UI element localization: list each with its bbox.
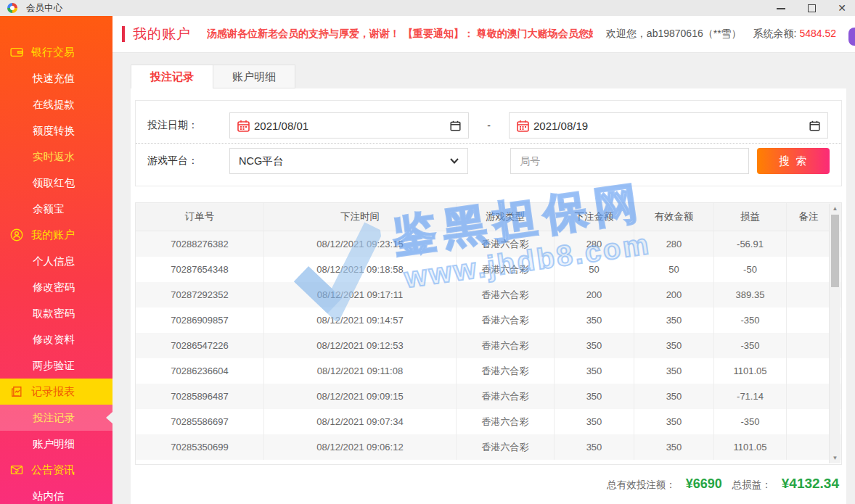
- pnl-total-value: ¥4132.34: [782, 476, 839, 492]
- edge-button[interactable]: [848, 28, 855, 46]
- table-cell: 08/12/2021 09:07:34: [264, 409, 457, 434]
- table-cell: 香港六合彩: [457, 333, 555, 358]
- content-panel: 投注日期： 2021/08/01 -: [131, 88, 846, 504]
- table-cell: 1101.05: [714, 358, 787, 384]
- sidebar-item[interactable]: 余额宝: [0, 196, 112, 222]
- active-item-arrow: [106, 412, 112, 424]
- wallet-icon: [9, 44, 25, 60]
- sidebar-item[interactable]: 取款密码: [0, 300, 112, 326]
- topbar: 我的账户 汤感谢各位新老会员的支持与厚爱，谢谢！ 【重要通知】： 尊敬的澳门大赌…: [112, 16, 855, 53]
- sidebar-section-header[interactable]: 公告资讯: [0, 457, 112, 483]
- minimize-icon[interactable]: [777, 4, 785, 12]
- member-center-window: 会员中心 ✕ 银行交易快速充值在线提款额度转换实时返水领取红包余额宝我的账户个人…: [0, 0, 855, 504]
- scroll-up-icon[interactable]: ▲: [830, 204, 840, 214]
- table-row: 7028623660408/12/2021 09:11:08香港六合彩35035…: [136, 358, 841, 384]
- table-row: 7028690985708/12/2021 09:14:57香港六合彩35035…: [136, 307, 841, 333]
- date-picker-icon[interactable]: [450, 120, 461, 131]
- valid-bet-total-label: 总有效投注额：: [607, 479, 676, 492]
- table-cell: 70285586697: [136, 409, 264, 434]
- table-cell: 389.35: [714, 282, 787, 307]
- table-cell: 50: [555, 257, 634, 282]
- round-number-input[interactable]: [510, 148, 749, 174]
- maximize-icon[interactable]: [807, 4, 816, 12]
- sidebar-section-header[interactable]: 我的账户: [0, 222, 112, 248]
- table-header: 订单号下注时间游戏类型下注金额有效金额损益备注: [136, 203, 841, 231]
- sidebar-item[interactable]: 账户明细: [0, 431, 112, 457]
- search-button[interactable]: 搜 索: [757, 148, 830, 174]
- close-icon[interactable]: ✕: [838, 4, 846, 12]
- filter-box: 投注日期： 2021/08/01 -: [135, 100, 842, 186]
- calendar-red-icon: [517, 120, 529, 132]
- table-cell: 08/12/2021 09:17:11: [264, 282, 457, 307]
- table-cell: 200: [634, 282, 714, 307]
- user-info: 欢迎您，ab19870616（**雪） 系统余额: 5484.52: [606, 28, 845, 41]
- platform-label: 游戏平台：: [147, 154, 229, 168]
- sidebar-item[interactable]: 在线提款: [0, 91, 112, 117]
- table-row: 7028654722608/12/2021 09:12:53香港六合彩35035…: [136, 333, 841, 358]
- chevron-down-icon: [450, 158, 459, 164]
- table-cell: [787, 409, 830, 434]
- sidebar-item[interactable]: 修改资料: [0, 326, 112, 352]
- date-to-input[interactable]: 2021/08/19: [509, 112, 828, 139]
- table-cell: [787, 434, 830, 460]
- table-cell: 350: [555, 384, 634, 409]
- sidebar-item[interactable]: 额度转换: [0, 117, 112, 144]
- table-cell: 香港六合彩: [457, 384, 555, 409]
- table-cell: 香港六合彩: [457, 358, 555, 384]
- filter-date-row: 投注日期： 2021/08/01 -: [147, 109, 830, 142]
- sidebar-item[interactable]: 领取红包: [0, 170, 112, 196]
- table-cell: 200: [555, 282, 634, 307]
- sidebar-section-label: 银行交易: [31, 46, 75, 59]
- sidebar-item[interactable]: 个人信息: [0, 248, 112, 274]
- table-cell: 香港六合彩: [457, 257, 555, 282]
- filter-divider: [136, 143, 841, 144]
- sidebar-item[interactable]: 修改密码: [0, 274, 112, 300]
- notice-marquee: 汤感谢各位新老会员的支持与厚爱，谢谢！ 【重要通知】： 尊敬的澳门大赌场会员您好…: [207, 28, 593, 41]
- titlebar: 会员中心 ✕: [0, 0, 855, 16]
- date-from-input[interactable]: 2021/08/01: [229, 112, 469, 139]
- table-cell: 350: [634, 333, 714, 358]
- tab-account-details[interactable]: 账户明细: [213, 65, 295, 88]
- header-cell: 订单号: [136, 203, 264, 231]
- bet-records-table: 订单号下注时间游戏类型下注金额有效金额损益备注 7028827638208/12…: [135, 202, 842, 465]
- valid-bet-total-value: ¥6690: [686, 476, 722, 492]
- sidebar-section-header[interactable]: 记录报表: [0, 379, 112, 405]
- balance-label: 系统余额:: [753, 28, 797, 39]
- scroll-down-icon[interactable]: ▼: [830, 453, 840, 463]
- platform-select[interactable]: NCG平台: [229, 148, 468, 174]
- sidebar-item[interactable]: 快速充值: [0, 65, 112, 91]
- tab-bar: 投注记录 账户明细: [112, 53, 855, 88]
- platform-selected-value: NCG平台: [239, 154, 283, 168]
- header-cell: 游戏类型: [457, 203, 555, 231]
- table-cell: 350: [555, 333, 634, 358]
- table-cell: 08/12/2021 09:06:12: [264, 434, 457, 460]
- date-picker-icon[interactable]: [809, 120, 820, 131]
- title-accent-bar: [122, 26, 125, 42]
- date-to-value: 2021/08/19: [533, 120, 805, 132]
- table-cell: 70287654348: [136, 257, 264, 282]
- table-cell: 香港六合彩: [457, 434, 555, 460]
- table-cell: 280: [634, 231, 714, 257]
- table-cell: 350: [555, 358, 634, 384]
- sidebar-item[interactable]: 实时返水: [0, 144, 112, 170]
- sidebar-item[interactable]: 站内信: [0, 483, 112, 504]
- table-cell: 08/12/2021 09:23:15: [264, 231, 457, 257]
- header-cell: 损益: [714, 203, 787, 231]
- table-scrollbar[interactable]: ▲ ▼: [829, 204, 840, 463]
- table-cell: 350: [634, 384, 714, 409]
- sidebar-item[interactable]: 两步验证: [0, 352, 112, 379]
- balance-value: 5484.52: [799, 28, 836, 39]
- table-row: 7028558669708/12/2021 09:07:34香港六合彩35035…: [136, 409, 841, 434]
- scrollbar-thumb[interactable]: [831, 215, 839, 287]
- table-cell: 08/12/2021 09:18:58: [264, 257, 457, 282]
- table-cell: 香港六合彩: [457, 409, 555, 434]
- table-cell: 70285896487: [136, 384, 264, 409]
- tab-bet-records[interactable]: 投注记录: [131, 65, 213, 88]
- table-cell: 70285350699: [136, 434, 264, 460]
- table-cell: 350: [634, 409, 714, 434]
- sidebar-section-header[interactable]: 银行交易: [0, 39, 112, 65]
- header-cell: 下注金额: [555, 203, 634, 231]
- sidebar-item[interactable]: 投注记录: [0, 405, 112, 431]
- table-row: 7028589648708/12/2021 09:09:15香港六合彩35035…: [136, 384, 841, 409]
- table-cell: 70286909857: [136, 307, 264, 333]
